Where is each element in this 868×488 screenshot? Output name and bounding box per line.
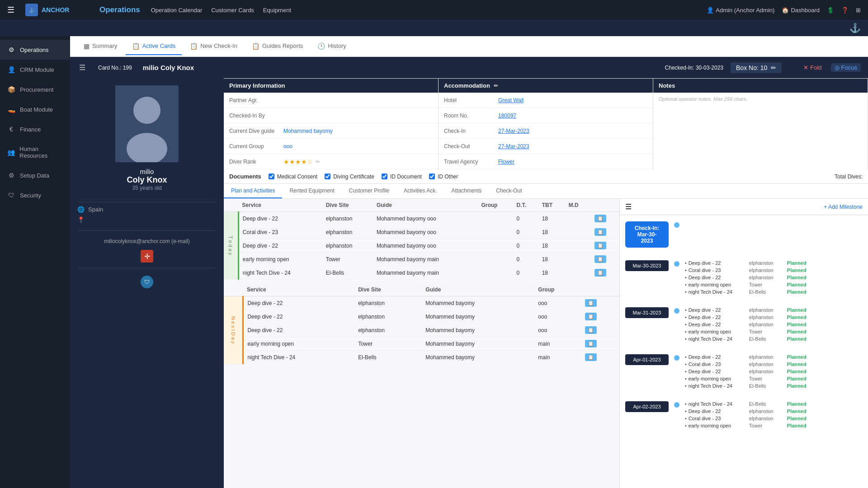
next-cell-action[interactable]: 📋 <box>581 337 619 351</box>
cell-tbt: 18 <box>538 225 565 239</box>
next-row-action-btn[interactable]: 📋 <box>585 353 597 361</box>
row-action-btn[interactable]: 📋 <box>594 228 606 236</box>
hotel-value[interactable]: Great Wall <box>498 97 647 103</box>
activity-tab-attachments[interactable]: Attachments <box>444 184 489 198</box>
id-document-checkbox[interactable] <box>382 174 387 179</box>
timeline-item-site: El-Bells <box>749 401 785 407</box>
cell-action[interactable]: 📋 <box>591 212 619 225</box>
id-other-checkbox[interactable] <box>429 174 435 179</box>
cell-md <box>565 266 591 280</box>
medical-consent-checkbox[interactable] <box>269 174 274 179</box>
next-cell-site: El-Bells <box>354 351 422 364</box>
activity-tab-equipment[interactable]: Rented Equipment <box>282 184 341 198</box>
col-action <box>591 199 619 212</box>
cell-service: early morning open <box>238 253 322 266</box>
activity-tab-checkout[interactable]: Check-Out <box>489 184 529 198</box>
cell-action[interactable]: 📋 <box>591 225 619 239</box>
edit-accommodation-icon[interactable]: ✏ <box>494 83 498 89</box>
dashboard-link[interactable]: 🏠 Dashboard <box>782 7 820 14</box>
timeline-item: • Deep dive - 22elphanstonPlanned <box>685 353 863 361</box>
diver-rank-stars: ★★★★☆ <box>283 158 313 165</box>
timeline-date-col: Apr-02-2023 <box>620 399 674 431</box>
tab-summary[interactable]: ▦ Summary <box>77 38 124 55</box>
timeline-item-status: Planned <box>787 307 807 313</box>
cell-dt: 0 <box>513 253 538 266</box>
currency-icon[interactable]: 💲 <box>827 7 834 14</box>
next-row-action-btn[interactable]: 📋 <box>585 326 597 334</box>
sidebar-item-boat[interactable]: 🚤 Boat Module <box>0 99 70 119</box>
diving-cert-checkbox[interactable] <box>325 174 330 179</box>
tab-guides-reports[interactable]: 📋 Guides Reports <box>245 38 309 55</box>
help-icon[interactable]: ❓ <box>841 7 849 14</box>
edit-box-icon[interactable]: ✏ <box>771 64 776 71</box>
timeline-dot <box>674 355 679 361</box>
next-row-action-btn[interactable]: 📋 <box>585 299 597 307</box>
row-action-btn[interactable]: 📋 <box>594 255 606 263</box>
cell-action[interactable]: 📋 <box>591 266 619 280</box>
timeline-item: • early morning openTowerPlanned <box>685 375 863 382</box>
cell-action[interactable]: 📋 <box>591 239 619 253</box>
sidebar-item-security[interactable]: 🛡 Security <box>0 185 70 205</box>
fold-label: Fold <box>810 64 821 71</box>
diving-cert-check[interactable]: Diving Certificate <box>325 174 374 180</box>
timeline-date-badge: Apr-01-2023 <box>625 354 669 365</box>
timeline-item-name: early morning open <box>689 376 747 381</box>
shield-icon: 🛡 <box>141 276 153 288</box>
timeline-item-status: Planned <box>787 369 807 374</box>
cell-site: Tower <box>322 253 373 266</box>
col-dt: D.T. <box>513 199 538 212</box>
sidebar-item-setup[interactable]: ⚙ Setup Data <box>0 165 70 185</box>
cell-tbt: 18 <box>538 266 565 280</box>
activity-tab-plan[interactable]: Plan and Activities <box>224 184 282 198</box>
tab-active-cards[interactable]: 📋 Active Cards <box>126 38 182 55</box>
expand-icon[interactable]: ⊞ <box>856 7 861 14</box>
cell-site: elphanston <box>322 225 373 239</box>
timeline-item-status: Planned <box>787 361 807 367</box>
focus-button[interactable]: ◎ Focus <box>831 63 861 72</box>
cell-action[interactable]: 📋 <box>591 253 619 266</box>
row-action-btn[interactable]: 📋 <box>594 269 606 277</box>
timeline-items: • night Tech Dive - 24El-BellsPlanned• D… <box>679 399 868 431</box>
table-row: Deep dive - 22elphanstonMohammed bayomy … <box>224 239 619 253</box>
logo-text: ANCHOR <box>42 6 69 14</box>
cell-dt: 0 <box>513 239 538 253</box>
nav-customer-cards[interactable]: Customer Cards <box>211 7 254 14</box>
activity-tab-activities-ack[interactable]: Activities Ack. <box>396 184 444 198</box>
timeline-item-status: Planned <box>787 416 807 421</box>
fold-button[interactable]: ✕ Fold <box>800 63 825 72</box>
next-row-action-btn[interactable]: 📋 <box>585 313 597 320</box>
row-action-btn[interactable]: 📋 <box>594 242 606 249</box>
timeline-item-site: elphanston <box>749 314 785 320</box>
id-document-check[interactable]: ID Document <box>382 174 422 180</box>
id-other-check[interactable]: ID Other <box>429 174 458 180</box>
timeline-item-name: early morning open <box>689 423 747 428</box>
sidebar-item-finance[interactable]: € Finance <box>0 119 70 139</box>
next-cell-action[interactable]: 📋 <box>581 310 619 324</box>
add-milestone-button[interactable]: + Add Milestone <box>824 204 863 210</box>
medical-consent-check[interactable]: Medical Consent <box>269 174 317 180</box>
today-section-label: T o d a y <box>224 212 238 280</box>
next-cell-action[interactable]: 📋 <box>581 296 619 310</box>
sidebar-item-operations[interactable]: ⚙ Operations <box>0 40 70 60</box>
documents-label: Documents <box>229 173 261 180</box>
row-action-btn[interactable]: 📋 <box>594 215 606 222</box>
nav-equipment[interactable]: Equipment <box>263 7 291 14</box>
tab-history[interactable]: 🕐 History <box>311 38 352 55</box>
timeline-menu-icon[interactable]: ☰ <box>625 202 632 211</box>
next-cell-action[interactable]: 📋 <box>581 351 619 364</box>
next-row-action-btn[interactable]: 📋 <box>585 340 597 347</box>
location-icon: 📍 <box>77 216 85 223</box>
menu-toggle[interactable]: ☰ <box>7 5 14 15</box>
activity-tab-profile[interactable]: Customer Profile <box>342 184 396 198</box>
table-panel: Service Dive Site Guide Group D.T. TBT M… <box>224 199 619 488</box>
boat-icon: 🚤 <box>7 106 15 113</box>
next-cell-action[interactable]: 📋 <box>581 324 619 337</box>
focus-label: Focus <box>841 64 857 71</box>
nav-operation-calendar[interactable]: Operation Calendar <box>151 7 202 14</box>
sidebar-item-procurement[interactable]: 📦 Procurement <box>0 80 70 99</box>
sidebar-toggle-btn[interactable]: ☰ <box>77 61 87 74</box>
edit-rank-icon[interactable]: ✏ <box>316 159 320 165</box>
sidebar-item-hr[interactable]: 👥 Human Resources <box>0 139 70 165</box>
sidebar-item-crm[interactable]: 👤 CRM Module <box>0 60 70 80</box>
tab-new-checkin[interactable]: 📋 New Check-In <box>184 38 244 55</box>
